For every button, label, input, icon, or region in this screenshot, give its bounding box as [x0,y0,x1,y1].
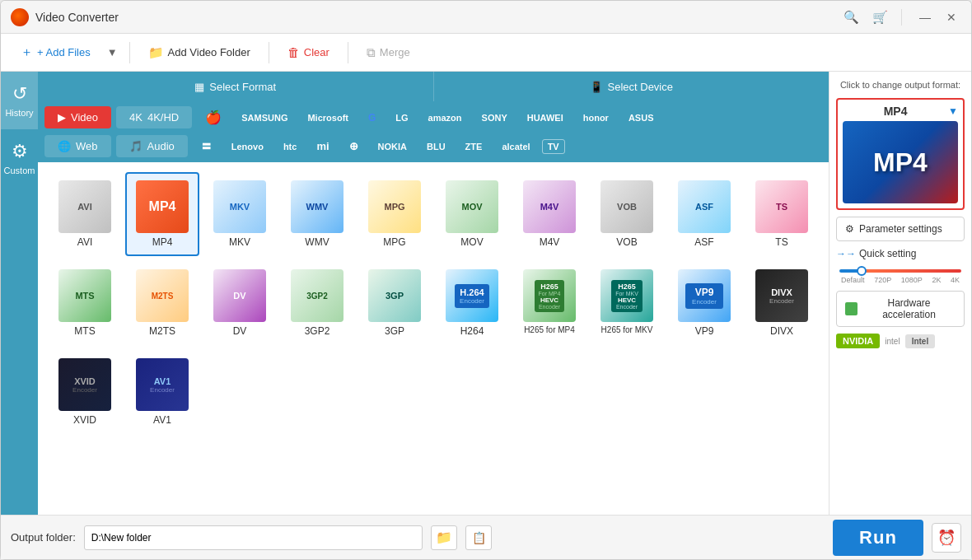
brand-oneplus[interactable]: ⊕ [341,137,367,156]
format-item-mkv[interactable]: MKV MKV [203,172,277,256]
brand-mi[interactable]: mi [308,137,337,156]
format-item-m2ts[interactable]: M2TS M2TS [125,261,199,345]
format-item-mts[interactable]: MTS MTS [48,261,122,345]
add-folder-button[interactable]: 📁 Add Video Folder [138,41,260,64]
format-item-divx[interactable]: DIVX Encoder DIVX [745,261,819,345]
brand-zte[interactable]: ZTE [457,138,491,155]
output-format-box: MP4 ▼ MP4 [836,98,965,210]
save-path-icon: 📋 [472,531,486,544]
alarm-button[interactable]: ⏰ [932,523,961,553]
qs-thumb[interactable] [857,266,867,276]
audio-type-button[interactable]: 🎵 Audio [116,135,188,157]
output-format-hint: Click to change output format: [836,78,965,91]
gpu-row: NVIDIA intel Intel [836,334,965,348]
format-item-3gp2[interactable]: 3GP2 3GP2 [280,261,354,345]
search-icon[interactable]: 🔍 [843,10,859,25]
brand-htc[interactable]: htc [275,138,306,155]
brand-amazon[interactable]: amazon [420,110,470,126]
app-window: Video Converter 🔍 🛒 — ✕ ＋ + Add Files ▼ … [0,0,972,560]
video-type-button[interactable]: ▶ Video [44,106,111,128]
close-button[interactable]: ✕ [942,7,961,27]
parameter-settings-button[interactable]: ⚙ Parameter settings [836,217,965,241]
brand-google[interactable]: G [360,109,384,127]
format-item-mov[interactable]: MOV MOV [435,172,509,256]
brand-huawei[interactable]: HUAWEI [519,110,572,126]
sidebar-item-custom[interactable]: ⚙ Custom [1,129,38,187]
qs-marks: Default 720P 1080P 2K 4K [839,276,961,284]
brand-microsoft[interactable]: Microsoft [299,110,357,126]
format-item-3gp[interactable]: 3GP 3GP [357,261,432,345]
format-item-avi[interactable]: AVI AVI [48,172,122,256]
format-type-row: ▶ Video 4K 4K/HD 🍎 SAMSUNG Microsoft G L… [38,101,829,133]
nvidia-badge[interactable]: NVIDIA [836,334,880,348]
save-path-button[interactable]: 📋 [465,525,492,550]
brand-sony[interactable]: SONY [474,110,516,126]
hardware-acceleration-button[interactable]: Hardware acceleration [836,291,965,327]
sidebar: ↺ History ⚙ Custom [1,72,38,515]
format-item-h264[interactable]: H.264 Encoder H264 [435,261,509,345]
run-button[interactable]: Run [833,520,923,556]
brand-moto[interactable]: 〓 [193,136,220,157]
web-type-button[interactable]: 🌐 Web [44,135,111,157]
select-format-label: Select Format [209,81,276,93]
param-icon: ⚙ [845,223,854,235]
output-format-preview: MP4 [843,121,958,203]
brand-lenovo[interactable]: Lenovo [223,138,272,155]
intel-badge[interactable]: Intel [905,334,936,348]
format-item-dv[interactable]: DV DV [203,261,277,345]
format-item-vp9[interactable]: VP9 Encoder VP9 [667,261,741,345]
sidebar-item-label-history: History [5,108,33,118]
format-type-row-2: 🌐 Web 🎵 Audio 〓 Lenovo htc mi ⊕ NOKIA [38,133,829,162]
format-item-h265mp4[interactable]: H265 For MP4 HEVC Encoder H265 for MP4 [512,261,586,345]
format-item-h265mkv[interactable]: H265 For MKV HEVC Encoder H265 for MKV [590,261,664,345]
brand-alcatel[interactable]: alcatel [493,138,538,155]
audio-icon: 🎵 [129,140,143,152]
merge-button[interactable]: ⧉ Merge [357,41,420,64]
hw-chip-icon [845,302,858,315]
format-item-asf[interactable]: ASF ASF [667,172,741,256]
brand-samsung[interactable]: SAMSUNG [233,110,296,126]
format-item-mp4[interactable]: MP4 MP4 [125,172,199,256]
dropdown-arrow-button[interactable]: ▼ [104,42,121,63]
brand-apple[interactable]: 🍎 [197,106,230,128]
folder-icon: 📁 [148,45,164,60]
brand-asus[interactable]: ASUS [620,110,662,126]
brand-tv[interactable]: TV [542,139,565,154]
app-title: Video Converter [35,11,843,24]
format-item-wmv[interactable]: WMV WMV [280,172,354,256]
app-icon [11,8,29,26]
toolbar-separator-2 [269,42,269,63]
browse-folder-button[interactable]: 📁 [431,525,457,550]
toolbar-separator-1 [129,42,130,63]
cart-icon[interactable]: 🛒 [872,10,888,25]
add-files-button[interactable]: ＋ + Add Files [11,40,100,64]
tab-select-device[interactable]: 📱 Select Device [434,72,829,101]
format-item-vob[interactable]: VOB VOB [590,172,664,256]
format-row-1: AVI AVI MP4 MP4 MKV [48,172,819,256]
4khd-type-button[interactable]: 4K 4K/HD [116,106,192,128]
format-item-xvid[interactable]: XVID Encoder XVID [48,350,122,434]
toolbar: ＋ + Add Files ▼ 📁 Add Video Folder 🗑 Cle… [1,34,971,72]
quick-setting-label: →→ Quick setting [836,248,965,259]
bottom-bar: Output folder: 📁 📋 Run ⏰ [1,515,971,559]
brand-lg[interactable]: LG [387,110,416,126]
web-icon: 🌐 [58,140,71,152]
format-area-wrapper: ▦ Select Format 📱 Select Device ▶ Video [38,72,829,515]
brand-nokia[interactable]: NOKIA [370,138,415,155]
clear-icon: 🗑 [287,45,300,59]
output-path-input[interactable] [84,525,423,550]
format-item-ts[interactable]: TS TS [745,172,819,256]
format-item-m4v[interactable]: M4V M4V [512,172,586,256]
sidebar-item-history[interactable]: ↺ History [1,72,38,129]
minimize-button[interactable]: — [915,7,935,27]
output-format-preview-bg: MP4 [843,121,958,203]
output-format-dropdown[interactable]: ▼ [948,105,958,117]
brand-honor[interactable]: honor [575,110,617,126]
qs-track [839,269,961,273]
tab-select-format[interactable]: ▦ Select Format [38,72,434,101]
brand-blu[interactable]: BLU [418,138,454,155]
format-item-av1[interactable]: AV1 Encoder AV1 [125,350,199,434]
video-play-icon: ▶ [58,111,66,124]
format-item-mpg[interactable]: MPG MPG [357,172,432,256]
clear-button[interactable]: 🗑 Clear [278,41,339,63]
